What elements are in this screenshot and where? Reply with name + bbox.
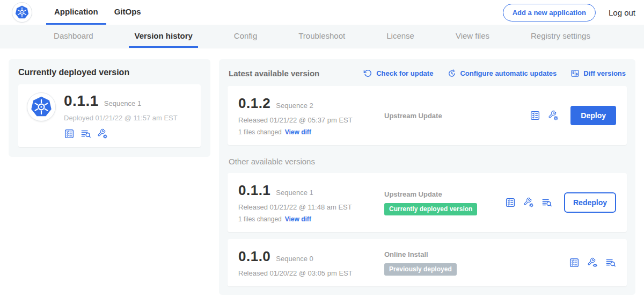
main-content: Currently deployed version 0.1.1 [0,48,644,295]
files-changed-row: 1 files changedView diff [238,215,377,223]
version-row-actions: Redeploy [505,192,616,213]
currently-deployed-card: Currently deployed version 0.1.1 [9,59,210,157]
released-timestamp: Released 01/20/22 @ 03:05 pm EST [238,269,377,277]
deployed-timestamp: Deployed 01/21/22 @ 11:57 am EST [64,114,178,122]
sequence-label: Sequence 0 [276,255,313,263]
logout-link[interactable]: Log out [609,8,635,17]
secondary-navigation: DashboardVersion historyConfigTroublesho… [0,25,644,48]
preflight-checklist-icon[interactable] [64,128,75,139]
config-icon[interactable] [548,110,559,121]
view-diff-link[interactable]: View diff [285,128,311,136]
version-row: 0.1.0 Sequence 0 Released 01/20/22 @ 03:… [228,239,627,286]
status-badge: Previously deployed [384,263,457,276]
redeploy-button[interactable]: Redeploy [564,192,616,213]
add-new-application-button[interactable]: Add a new application [503,4,596,21]
released-timestamp: Released 01/21/22 @ 05:37 pm EST [238,116,377,124]
app-tabs: ApplicationGitOps [46,0,149,25]
kubernetes-logo [12,2,32,23]
config-icon[interactable] [523,197,534,208]
top-tab-application[interactable]: Application [46,0,106,25]
check-for-update-label: Check for update [376,69,433,77]
config-icon[interactable] [97,128,108,139]
version-source-label: Upstream Update [384,190,505,198]
files-changed-label: 1 files changed [238,215,282,223]
version-source-label: Online Install [384,250,569,258]
logs-icon[interactable] [80,128,91,139]
deployed-version-number: 0.1.1 [64,92,99,110]
version-row: 0.1.1 Sequence 1 Released 01/21/22 @ 11:… [228,173,627,232]
logs-icon[interactable] [541,197,552,208]
deploy-button[interactable]: Deploy [570,106,616,125]
top-navigation: ApplicationGitOps Add a new application … [0,0,644,25]
sequence-label: Sequence 1 [276,189,313,197]
deployed-sequence-label: Sequence 1 [104,99,141,107]
refresh-icon [363,69,372,78]
version-row: 0.1.2 Sequence 2 Released 01/21/22 @ 05:… [228,86,627,145]
diff-icon [570,69,580,78]
subnav-tab-dashboard[interactable]: Dashboard [48,25,98,48]
top-tab-gitops[interactable]: GitOps [106,0,149,25]
version-number: 0.1.2 [238,95,270,112]
files-changed-row: 1 files changedView diff [238,128,377,136]
version-number: 0.1.0 [238,248,270,265]
header-spacer [149,0,503,25]
version-panel-actions: Check for updateConfigure automatic upda… [363,69,626,78]
diff-versions-label: Diff versions [583,69,626,77]
diff-versions-link[interactable]: Diff versions [570,69,626,78]
logs-icon[interactable] [605,257,616,268]
other-versions-header: Other available versions [229,157,626,166]
subnav-tab-version-history[interactable]: Version history [129,25,197,48]
files-changed-label: 1 files changed [238,128,282,136]
deployed-version-card: 0.1.1 Sequence 1 Deployed 01/21/22 @ 11:… [18,84,201,147]
subnav-tab-view-files[interactable]: View files [450,25,495,48]
latest-available-header: Latest available version [229,69,319,78]
preflight-checklist-icon[interactable] [530,110,540,121]
view-diff-link[interactable]: View diff [285,215,311,223]
configure-automatic-updates-link[interactable]: Configure automatic updates [447,69,557,78]
preflight-checklist-icon[interactable] [505,197,516,208]
deployed-card-title: Currently deployed version [18,68,201,77]
subnav-tab-registry-settings[interactable]: Registry settings [525,25,596,48]
subnav-tab-config[interactable]: Config [229,25,262,48]
check-for-update-link[interactable]: Check for update [363,69,433,78]
version-row-actions [569,257,616,268]
version-history-panel: Latest available version Check for updat… [219,59,635,295]
configure-automatic-updates-label: Configure automatic updates [460,69,557,77]
subnav-tab-license[interactable]: License [381,25,420,48]
version-row-actions: Deploy [530,106,616,125]
deployed-version-actions [64,128,178,139]
schedule-icon [447,69,456,78]
released-timestamp: Released 01/21/22 @ 11:48 am EST [238,203,377,211]
version-number: 0.1.1 [238,182,270,199]
app-kubernetes-icon [27,92,56,121]
config-view-icon[interactable] [587,257,598,268]
version-source-label: Upstream Update [384,112,530,120]
status-badge: Currently deployed version [384,203,477,215]
subnav-tab-troubleshoot[interactable]: Troubleshoot [293,25,350,48]
preflight-checklist-icon[interactable] [569,257,580,268]
sequence-label: Sequence 2 [276,102,313,110]
